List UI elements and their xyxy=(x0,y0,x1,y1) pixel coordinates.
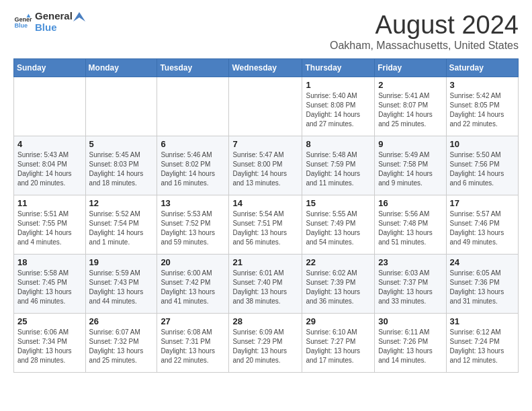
day-info: Sunrise: 5:46 AM Sunset: 8:02 PM Dayligh… xyxy=(161,150,225,188)
day-info: Sunrise: 5:48 AM Sunset: 7:59 PM Dayligh… xyxy=(306,150,371,188)
day-info: Sunrise: 5:51 AM Sunset: 7:55 PM Dayligh… xyxy=(17,210,82,247)
day-info: Sunrise: 5:45 AM Sunset: 8:03 PM Dayligh… xyxy=(89,150,154,188)
calendar-week-row: 4Sunrise: 5:43 AM Sunset: 8:04 PM Daylig… xyxy=(14,136,519,195)
table-row: 11Sunrise: 5:51 AM Sunset: 7:55 PM Dayli… xyxy=(14,195,86,255)
table-row: 19Sunrise: 5:59 AM Sunset: 7:43 PM Dayli… xyxy=(85,255,157,314)
calendar-week-row: 1Sunrise: 5:40 AM Sunset: 8:08 PM Daylig… xyxy=(14,77,519,136)
day-info: Sunrise: 6:08 AM Sunset: 7:31 PM Dayligh… xyxy=(161,328,225,365)
table-row: 18Sunrise: 5:58 AM Sunset: 7:45 PM Dayli… xyxy=(14,255,86,314)
table-row: 16Sunrise: 5:56 AM Sunset: 7:48 PM Dayli… xyxy=(375,195,446,255)
day-info: Sunrise: 6:11 AM Sunset: 7:26 PM Dayligh… xyxy=(378,328,442,365)
day-info: Sunrise: 5:40 AM Sunset: 8:08 PM Dayligh… xyxy=(306,91,371,129)
logo-blue-text: Blue xyxy=(35,22,86,34)
header-saturday: Saturday xyxy=(446,59,518,77)
table-row: 25Sunrise: 6:06 AM Sunset: 7:34 PM Dayli… xyxy=(14,314,86,373)
day-info: Sunrise: 5:57 AM Sunset: 7:46 PM Dayligh… xyxy=(450,210,515,247)
table-row: 21Sunrise: 6:01 AM Sunset: 7:40 PM Dayli… xyxy=(229,255,302,314)
day-number: 26 xyxy=(89,316,154,326)
header-tuesday: Tuesday xyxy=(157,59,229,77)
table-row: 24Sunrise: 6:05 AM Sunset: 7:36 PM Dayli… xyxy=(446,255,518,314)
day-number: 23 xyxy=(378,257,442,267)
table-row xyxy=(157,77,229,136)
logo: General Blue General Blue xyxy=(13,11,86,33)
day-info: Sunrise: 5:53 AM Sunset: 7:52 PM Dayligh… xyxy=(161,210,225,247)
svg-marker-3 xyxy=(73,12,85,21)
table-row: 15Sunrise: 5:55 AM Sunset: 7:49 PM Dayli… xyxy=(302,195,375,255)
day-info: Sunrise: 5:54 AM Sunset: 7:51 PM Dayligh… xyxy=(232,210,298,247)
day-info: Sunrise: 6:03 AM Sunset: 7:37 PM Dayligh… xyxy=(378,269,442,306)
day-number: 18 xyxy=(17,257,82,267)
day-info: Sunrise: 5:59 AM Sunset: 7:43 PM Dayligh… xyxy=(89,269,154,306)
day-info: Sunrise: 5:56 AM Sunset: 7:48 PM Dayligh… xyxy=(378,210,442,247)
day-number: 29 xyxy=(306,316,371,326)
day-number: 15 xyxy=(306,198,371,208)
table-row: 5Sunrise: 5:45 AM Sunset: 8:03 PM Daylig… xyxy=(85,136,157,195)
table-row: 22Sunrise: 6:02 AM Sunset: 7:39 PM Dayli… xyxy=(302,255,375,314)
day-number: 31 xyxy=(450,316,515,326)
day-number: 14 xyxy=(232,198,298,208)
day-number: 19 xyxy=(89,257,154,267)
day-info: Sunrise: 6:01 AM Sunset: 7:40 PM Dayligh… xyxy=(232,269,298,306)
day-info: Sunrise: 5:49 AM Sunset: 7:58 PM Dayligh… xyxy=(378,150,442,188)
day-info: Sunrise: 6:00 AM Sunset: 7:42 PM Dayligh… xyxy=(161,269,225,306)
calendar-week-row: 11Sunrise: 5:51 AM Sunset: 7:55 PM Dayli… xyxy=(14,195,519,255)
day-info: Sunrise: 6:02 AM Sunset: 7:39 PM Dayligh… xyxy=(306,269,371,306)
day-number: 20 xyxy=(161,257,225,267)
header-wednesday: Wednesday xyxy=(229,59,302,77)
table-row: 27Sunrise: 6:08 AM Sunset: 7:31 PM Dayli… xyxy=(157,314,229,373)
day-info: Sunrise: 5:55 AM Sunset: 7:49 PM Dayligh… xyxy=(306,210,371,247)
location-subtitle: Oakham, Massachusetts, United States xyxy=(330,40,519,52)
day-number: 16 xyxy=(378,198,442,208)
day-info: Sunrise: 5:43 AM Sunset: 8:04 PM Dayligh… xyxy=(17,150,82,188)
day-number: 30 xyxy=(378,316,442,326)
day-number: 12 xyxy=(89,198,154,208)
calendar-header-row: Sunday Monday Tuesday Wednesday Thursday… xyxy=(14,59,519,77)
table-row: 6Sunrise: 5:46 AM Sunset: 8:02 PM Daylig… xyxy=(157,136,229,195)
day-number: 21 xyxy=(232,257,298,267)
day-number: 24 xyxy=(450,257,515,267)
table-row: 3Sunrise: 5:42 AM Sunset: 8:05 PM Daylig… xyxy=(446,77,518,136)
day-number: 4 xyxy=(17,139,82,149)
table-row: 12Sunrise: 5:52 AM Sunset: 7:54 PM Dayli… xyxy=(85,195,157,255)
day-info: Sunrise: 6:09 AM Sunset: 7:29 PM Dayligh… xyxy=(232,328,298,365)
day-number: 1 xyxy=(306,80,371,90)
table-row xyxy=(85,77,157,136)
day-number: 17 xyxy=(450,198,515,208)
day-number: 7 xyxy=(232,139,298,149)
header-thursday: Thursday xyxy=(302,59,375,77)
day-number: 28 xyxy=(232,316,298,326)
calendar-week-row: 25Sunrise: 6:06 AM Sunset: 7:34 PM Dayli… xyxy=(14,314,519,373)
day-number: 8 xyxy=(306,139,371,149)
day-info: Sunrise: 6:05 AM Sunset: 7:36 PM Dayligh… xyxy=(450,269,515,306)
day-info: Sunrise: 5:50 AM Sunset: 7:56 PM Dayligh… xyxy=(450,150,515,188)
calendar-table: Sunday Monday Tuesday Wednesday Thursday… xyxy=(13,58,519,373)
day-number: 6 xyxy=(161,139,225,149)
day-info: Sunrise: 6:10 AM Sunset: 7:27 PM Dayligh… xyxy=(306,328,371,365)
svg-text:Blue: Blue xyxy=(14,22,28,29)
calendar-week-row: 18Sunrise: 5:58 AM Sunset: 7:45 PM Dayli… xyxy=(14,255,519,314)
header-sunday: Sunday xyxy=(14,59,86,77)
day-number: 5 xyxy=(89,139,154,149)
day-number: 3 xyxy=(450,80,515,90)
day-info: Sunrise: 5:58 AM Sunset: 7:45 PM Dayligh… xyxy=(17,269,82,306)
table-row: 7Sunrise: 5:47 AM Sunset: 8:00 PM Daylig… xyxy=(229,136,302,195)
table-row: 31Sunrise: 6:12 AM Sunset: 7:24 PM Dayli… xyxy=(446,314,518,373)
table-row: 8Sunrise: 5:48 AM Sunset: 7:59 PM Daylig… xyxy=(302,136,375,195)
table-row: 17Sunrise: 5:57 AM Sunset: 7:46 PM Dayli… xyxy=(446,195,518,255)
table-row: 28Sunrise: 6:09 AM Sunset: 7:29 PM Dayli… xyxy=(229,314,302,373)
header-friday: Friday xyxy=(375,59,446,77)
logo-bird-icon xyxy=(73,12,85,21)
day-number: 10 xyxy=(450,139,515,149)
table-row: 2Sunrise: 5:41 AM Sunset: 8:07 PM Daylig… xyxy=(375,77,446,136)
day-number: 22 xyxy=(306,257,371,267)
day-info: Sunrise: 5:42 AM Sunset: 8:05 PM Dayligh… xyxy=(450,91,515,129)
table-row: 4Sunrise: 5:43 AM Sunset: 8:04 PM Daylig… xyxy=(14,136,86,195)
day-info: Sunrise: 5:47 AM Sunset: 8:00 PM Dayligh… xyxy=(232,150,298,188)
table-row xyxy=(229,77,302,136)
day-number: 2 xyxy=(378,80,442,90)
day-info: Sunrise: 5:52 AM Sunset: 7:54 PM Dayligh… xyxy=(89,210,154,247)
table-row: 1Sunrise: 5:40 AM Sunset: 8:08 PM Daylig… xyxy=(302,77,375,136)
day-info: Sunrise: 6:07 AM Sunset: 7:32 PM Dayligh… xyxy=(89,328,154,365)
day-info: Sunrise: 6:06 AM Sunset: 7:34 PM Dayligh… xyxy=(17,328,82,365)
header-monday: Monday xyxy=(85,59,157,77)
